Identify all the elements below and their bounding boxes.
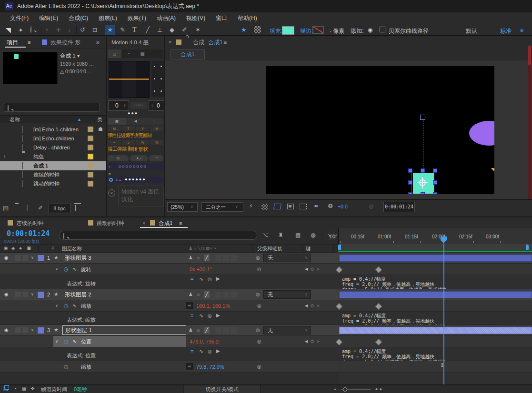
- motion-tab-home[interactable]: ⌂: [108, 49, 121, 58]
- expression-text-block[interactable]: amp = 0.4;//幅度 freq = 2.0;// 频率，值越高，晃地越快…: [338, 347, 532, 361]
- switch-cell[interactable]: [223, 327, 229, 334]
- project-item-selected[interactable]: 合成 1: [0, 161, 106, 170]
- solo-cell[interactable]: [22, 327, 28, 333]
- expression-row[interactable]: 表达式: 缩放 = ∿ ◎ ▶: [0, 312, 338, 325]
- pen-tool[interactable]: ✎: [120, 27, 125, 33]
- magnification-dropdown[interactable]: (25%) ∨: [167, 202, 198, 212]
- expression-label[interactable]: 表达式: 旋转: [67, 281, 96, 286]
- fast-preview-icon[interactable]: ⚡: [249, 204, 253, 209]
- menu-window[interactable]: 窗口: [211, 15, 232, 21]
- property-row-selected[interactable]: ∨ ◷ ∿ 位置 476.0, 735.2 ◎ ◀ ◇ ▶: [0, 336, 338, 347]
- collapse-switch-icon[interactable]: ☼: [196, 292, 201, 297]
- stroke-swatch-none[interactable]: [312, 26, 324, 34]
- audio-cell[interactable]: [15, 292, 21, 297]
- project-search-input[interactable]: [4, 103, 100, 112]
- add-keyframe-icon[interactable]: ◇: [311, 339, 314, 344]
- network-icon[interactable]: ☗: [98, 127, 103, 132]
- motion-pill-row[interactable]: ⊙ ♦ ▵ ◠: [108, 155, 163, 161]
- transparency-grid-icon[interactable]: [261, 204, 268, 210]
- current-timecode[interactable]: 0:00:01:24: [7, 230, 50, 237]
- layer-row[interactable]: ◉ ∨ 1 ★ 形状图层 3 ♟ ☼ ╱ ◎ 无 ∨: [0, 253, 338, 264]
- transparency-grid-icon[interactable]: [254, 26, 261, 33]
- expression-row[interactable]: 表达式: 位置 = ∿ ◎ ▶: [0, 347, 338, 361]
- viewer-menu-icon[interactable]: ≡: [223, 39, 227, 45]
- timeline-tab-3-active[interactable]: 合成1: [159, 221, 172, 226]
- motion-circles-strip[interactable]: ▪ · ○○○○○○○○: [108, 163, 163, 170]
- label-swatch[interactable]: [88, 172, 93, 177]
- prev-keyframe-icon[interactable]: ◀: [305, 267, 308, 271]
- expression-graph-icon[interactable]: ∿: [72, 303, 77, 308]
- motion-path-keyframe[interactable]: [420, 115, 425, 120]
- column-type[interactable]: 类: [97, 117, 102, 122]
- property-value[interactable]: 476.0, 735.2: [190, 339, 219, 344]
- shape-tool-active[interactable]: ★: [105, 25, 115, 35]
- parent-pickwhip-icon[interactable]: ◎: [256, 255, 260, 260]
- rotate-tool[interactable]: ↺: [80, 27, 85, 33]
- mask-visibility-icon[interactable]: [287, 204, 294, 209]
- motion-close-icon[interactable]: ×: [108, 189, 115, 196]
- switch-cell[interactable]: [215, 327, 221, 334]
- property-row[interactable]: · ◷ 缩放 ∞ 79.8, 72.0% ◎: [0, 361, 338, 373]
- project-thumbnail[interactable]: [3, 52, 58, 84]
- project-item[interactable]: [m] Echo-children: [0, 134, 106, 143]
- motion-preview[interactable]: [109, 61, 150, 98]
- dimension-link-icon[interactable]: ∞: [186, 302, 193, 309]
- text-tool[interactable]: T: [132, 27, 137, 33]
- eraser-tool[interactable]: ◆: [170, 27, 174, 33]
- parent-dropdown[interactable]: 无 ∨: [263, 290, 311, 299]
- property-name[interactable]: 缩放: [81, 364, 91, 370]
- expression-label[interactable]: 表达式: 缩放: [67, 317, 96, 323]
- layer-track-selected[interactable]: [338, 325, 532, 336]
- property-value[interactable]: 160.1, 160.1%: [196, 304, 230, 309]
- expression-enable-icon[interactable]: =: [191, 276, 193, 282]
- parent-link-column[interactable]: 父级和链接: [257, 246, 282, 251]
- menu-animation[interactable]: 动画(A): [151, 15, 181, 21]
- layer-row-selected[interactable]: ◉ ∨ 3 ★ 形状图层 1 ♟ ☼ ╱ ◎ 无 ∨: [0, 325, 338, 336]
- motion-tab-more[interactable]: [150, 49, 163, 58]
- roi-icon[interactable]: [273, 204, 281, 209]
- timeline-tab3-menu-icon[interactable]: ≡: [179, 221, 182, 226]
- shy-switch-icon[interactable]: ♟: [189, 292, 193, 297]
- property-track[interactable]: [338, 264, 532, 275]
- layer-name[interactable]: 形状图层 2: [65, 292, 91, 298]
- expression-pickwhip-icon[interactable]: ◎: [208, 314, 212, 318]
- selection-handle[interactable]: [408, 168, 412, 173]
- switch-cell[interactable]: [231, 255, 237, 261]
- eye-icon[interactable]: ◉: [4, 255, 9, 260]
- expression-pickwhip-icon[interactable]: ◎: [208, 277, 212, 282]
- layer-row[interactable]: ◉ ∨ 2 ★ 形状图层 2 ♟ ☼ ╱ ◎ 无 ∨: [0, 289, 338, 300]
- motion-tab-anchor[interactable]: ◔: [121, 49, 135, 58]
- property-value[interactable]: 0x +30.1°: [190, 267, 212, 272]
- keyframe-icon[interactable]: [375, 339, 382, 345]
- prev-keyframe-icon[interactable]: ◀: [305, 340, 308, 344]
- parent-pickwhip-icon[interactable]: ◎: [256, 292, 260, 297]
- interpret-footage-icon[interactable]: ▤: [3, 205, 9, 211]
- property-track[interactable]: [338, 336, 532, 347]
- motion-blur-icon[interactable]: ◍: [311, 232, 315, 238]
- layer-track[interactable]: [338, 253, 532, 264]
- stopwatch-icon[interactable]: ◷: [64, 303, 69, 308]
- layer-track[interactable]: [338, 289, 532, 300]
- resolution-dropdown[interactable]: 二分之一 ∨: [201, 202, 243, 212]
- exposure-icon[interactable]: ❂: [328, 203, 333, 209]
- add-keyframe-icon[interactable]: ◇: [311, 267, 314, 271]
- keyframe-icon[interactable]: [375, 303, 382, 310]
- label-swatch[interactable]: [88, 136, 93, 141]
- layer-name[interactable]: 形状图层 1: [65, 328, 92, 334]
- adjust-icon[interactable]: ✐: [38, 205, 43, 211]
- keyframe-icon[interactable]: [375, 266, 382, 273]
- pickwhip-icon[interactable]: ◎: [257, 267, 261, 272]
- workspace-menu-icon[interactable]: ≡: [520, 28, 523, 33]
- expression-enable-icon[interactable]: =: [191, 349, 193, 354]
- property-track[interactable]: [338, 300, 532, 312]
- layer-name-edit-box[interactable]: 形状图层 1: [62, 325, 186, 335]
- motion-tab-grid[interactable]: ▦: [136, 49, 150, 58]
- timeline-tab-1[interactable]: 连续的时钟: [16, 221, 44, 226]
- expression-row[interactable]: 表达式: 旋转 = ∿ ◎ ▶: [0, 275, 338, 289]
- fill-swatch[interactable]: [282, 26, 294, 35]
- eye-icon[interactable]: ◉: [4, 292, 9, 297]
- viewer-canvas-zone[interactable]: [165, 60, 532, 199]
- eye-icon[interactable]: ◉: [4, 328, 9, 333]
- layer-color-swatch[interactable]: [38, 255, 44, 261]
- motion-circle-single[interactable]: ○: [108, 172, 111, 177]
